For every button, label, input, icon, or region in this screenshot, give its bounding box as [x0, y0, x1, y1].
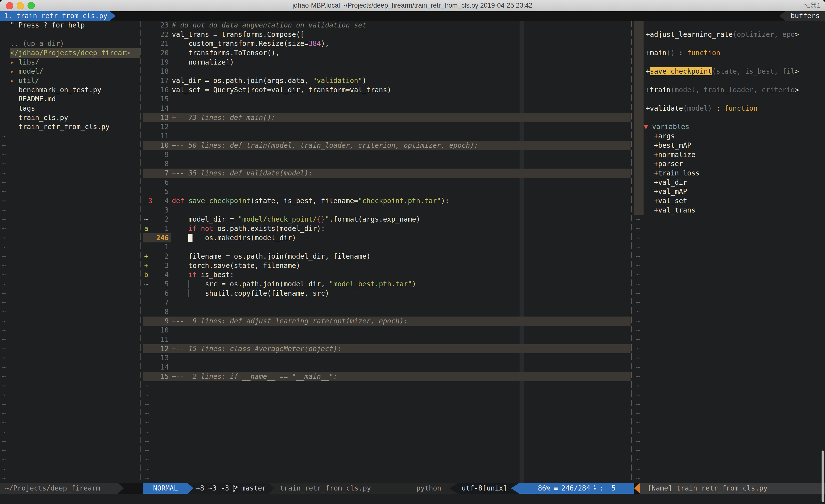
tag-variable[interactable]: +val_set — [634, 196, 825, 205]
cursor-line[interactable]: 246 os.makedirs(model_dir) — [143, 233, 630, 243]
line-number: 8 — [153, 159, 169, 169]
code-line[interactable]: 15 — [143, 94, 630, 104]
tag-function-save_checkpoint[interactable]: +save_checkpoint(state, is_best, fil> — [634, 67, 825, 76]
code-line[interactable]: 14 — [143, 104, 630, 113]
tag-variable[interactable]: +val_trans — [634, 205, 825, 215]
tree-file[interactable]: train_cls.py — [0, 113, 140, 122]
nerdtree-panel[interactable]: " Press ? for help .. (up a dir) </jdhao… — [0, 21, 140, 483]
code-line[interactable]: 7 — [143, 298, 630, 307]
line-text: transforms.ToTensor(), — [172, 48, 280, 58]
code-line[interactable]: 1 — [143, 242, 630, 252]
code-line[interactable]: 6 shutil.copyfile(filename, src) — [143, 289, 630, 298]
empty-line-tilde: ~ — [143, 400, 630, 409]
tag-variable[interactable]: +args — [634, 132, 825, 141]
empty-line-tilde: ~ — [143, 381, 630, 391]
code-line[interactable]: _34def save_checkpoint(state, is_best, f… — [143, 196, 630, 205]
tag-variable[interactable]: +best_mAP — [634, 141, 825, 150]
tagbar-panel[interactable]: +adjust_learning_rate(optimizer, epo>+ma… — [634, 21, 825, 483]
line-number: 15 — [153, 372, 169, 381]
code-line[interactable]: 12 — [143, 122, 630, 132]
code-line[interactable]: 3 — [143, 205, 630, 215]
tag-function-adjust_learning_rate[interactable]: +adjust_learning_rate(optimizer, epo> — [634, 30, 825, 39]
code-line[interactable]: 18 — [143, 67, 630, 76]
tag-variable[interactable]: +train_loss — [634, 169, 825, 178]
tree-dir-model[interactable]: ▸ model/ — [0, 67, 140, 76]
code-line[interactable]: 5 — [143, 187, 630, 196]
code-line[interactable]: 11 — [143, 335, 630, 344]
tree-dir-util[interactable]: ▸ util/ — [0, 76, 140, 85]
empty-line-tilde: ~ — [143, 446, 630, 455]
empty-line-tilde: ~ — [0, 474, 140, 483]
tag-function-train[interactable]: +train(model, train_loader, criterio> — [634, 85, 825, 95]
tag-variable[interactable]: +parser — [634, 159, 825, 169]
line-text: def save_checkpoint(state, is_best, file… — [172, 196, 449, 205]
fold-line[interactable]: 12+-- 15 lines: class AverageMeter(objec… — [143, 344, 630, 354]
empty-line-tilde: ~ — [143, 474, 630, 483]
code-line[interactable]: 8 — [143, 307, 630, 317]
code-line[interactable]: 6 — [143, 178, 630, 187]
tag-variable[interactable]: +val_mAP — [634, 187, 825, 196]
empty-line-tilde: ~ — [0, 141, 140, 150]
line-text: ▸ model/ — [2, 67, 44, 76]
code-line[interactable]: 9 — [143, 150, 630, 160]
tree-file[interactable]: benchmark_on_test.py — [0, 85, 140, 95]
empty-line-tilde: ~ — [0, 437, 140, 446]
fold-line[interactable]: 15+-- 2 lines: if __name__ == "__main__"… — [143, 372, 630, 381]
window-separator[interactable] — [140, 21, 141, 483]
command-line[interactable] — [0, 494, 825, 504]
tree-dir-libs[interactable]: ▸ libs/ — [0, 58, 140, 67]
line-number: 16 — [153, 85, 169, 95]
tag-variable[interactable]: +normalize — [634, 150, 825, 160]
tag-function-main[interactable]: +main() : function — [634, 48, 825, 58]
window-separator[interactable] — [631, 21, 632, 483]
line-number: 246 — [153, 233, 169, 243]
code-line[interactable]: 10 — [143, 326, 630, 335]
code-line[interactable]: b4 if is_best: — [143, 270, 630, 279]
tag-variable[interactable]: +val_dir — [634, 178, 825, 187]
code-line[interactable]: 8 — [143, 159, 630, 169]
scrollbar[interactable] — [822, 450, 824, 502]
tab-current[interactable]: 1. train_retr_from_cls.py — [0, 11, 110, 21]
code-line[interactable]: +2 filename = os.path.join(model_dir, fi… — [143, 252, 630, 261]
code-line[interactable]: 11 — [143, 132, 630, 141]
line-number: 6 — [153, 289, 169, 298]
code-line[interactable]: ~2 model_dir = "model/check_point/{}".fo… — [143, 215, 630, 224]
tag-function-validate[interactable]: +validate(model) : function — [634, 104, 825, 113]
tabline: 1. train_retr_from_cls.py buffers — [0, 11, 825, 21]
tag-section-variables[interactable]: ▼ variables — [634, 122, 825, 132]
fold-line[interactable]: 13+-- 73 lines: def main(): — [143, 113, 630, 122]
line-text: normalize]) — [172, 58, 234, 67]
tree-file[interactable]: tags — [0, 104, 140, 113]
empty-line-tilde: ~ — [634, 418, 825, 427]
code-line[interactable]: ~5 src = os.path.join(model_dir, "model_… — [143, 279, 630, 289]
code-line[interactable]: 22val_trans = transforms.Compose([ — [143, 30, 630, 39]
code-line[interactable]: 23# do not do data augmentation on valid… — [143, 21, 630, 30]
tree-file[interactable]: README.md — [0, 94, 140, 104]
code-line[interactable]: +3 torch.save(state, filename) — [143, 261, 630, 270]
empty-line-tilde: ~ — [634, 437, 825, 446]
code-line[interactable]: 21 custom_transform.Resize(size=384), — [143, 39, 630, 48]
fold-line[interactable]: 7+-- 35 lines: def validate(model): — [143, 169, 630, 178]
tree-file[interactable]: train_retr_from_cls.py — [0, 122, 140, 132]
line-number: 17 — [153, 76, 169, 85]
fold-line[interactable]: 9+-- 9 lines: def adjust_learning_rate(o… — [143, 317, 630, 326]
line-number: 5 — [153, 187, 169, 196]
line-text: +-- 9 lines: def adjust_learning_rate(op… — [172, 317, 408, 326]
tree-root[interactable]: </jdhao/Projects/deep_firear> — [0, 48, 140, 58]
code-line[interactable]: 14 — [143, 363, 630, 372]
empty-line-tilde: ~ — [634, 261, 825, 270]
code-line[interactable]: 20 transforms.ToTensor(), — [143, 48, 630, 58]
code-line[interactable]: 17val_dir = os.path.join(args.data, "val… — [143, 76, 630, 85]
empty-line-tilde: ~ — [634, 215, 825, 224]
line-number-icon: LN — [594, 485, 596, 491]
fold-line[interactable]: 10+-- 50 lines: def train(model, train_l… — [143, 141, 630, 150]
code-panel[interactable]: 23# do not do data augmentation on valid… — [143, 21, 630, 483]
tree-up-dir[interactable]: .. (up a dir) — [0, 39, 140, 48]
mode-indicator: NORMAL — [143, 483, 188, 494]
code-line[interactable]: a1 if not os.path.exists(model_dir): — [143, 224, 630, 233]
line-text: src = os.path.join(model_dir, "model_bes… — [172, 279, 416, 289]
line-number: 4 — [153, 196, 169, 205]
code-line[interactable]: 16val_set = QuerySet(root=val_dir, trans… — [143, 85, 630, 95]
code-line[interactable]: 19 normalize]) — [143, 58, 630, 67]
code-line[interactable]: 13 — [143, 353, 630, 363]
